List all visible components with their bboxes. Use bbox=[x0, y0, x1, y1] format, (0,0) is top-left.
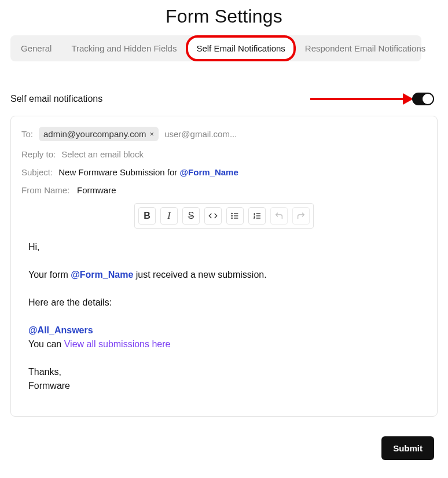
to-chip[interactable]: admin@yourcompany.com × bbox=[39, 127, 159, 141]
body-line2: Your form @Form_Name just received a new… bbox=[28, 268, 420, 282]
all-answers-variable: @All_Answers bbox=[28, 325, 93, 335]
svg-point-3 bbox=[232, 213, 232, 214]
form-name-variable: @Form_Name bbox=[71, 270, 133, 280]
body-thanks: Thanks, bbox=[28, 365, 420, 379]
svg-point-4 bbox=[232, 215, 232, 216]
subject-prefix: New Formware Submission for bbox=[58, 167, 179, 177]
svg-point-5 bbox=[232, 218, 232, 218]
body-greeting: Hi, bbox=[28, 240, 420, 254]
numbered-list-button[interactable] bbox=[248, 207, 266, 225]
body-line3: Here are the details: bbox=[28, 296, 420, 310]
body-signature: Formware bbox=[28, 379, 420, 393]
body-line5: You can View all submissions here bbox=[28, 337, 420, 351]
from-name-label: From Name: bbox=[21, 185, 71, 195]
subject-label: Subject: bbox=[21, 167, 53, 177]
reply-to-label: Reply to: bbox=[21, 149, 56, 159]
tabs-bar: General Tracking and Hidden Fields Self … bbox=[10, 35, 421, 61]
submit-button[interactable]: Submit bbox=[381, 436, 434, 460]
tab-general[interactable]: General bbox=[13, 38, 60, 59]
strikethrough-button[interactable]: S bbox=[182, 207, 200, 225]
email-card: To: admin@yourcompany.com × user@gmail.c… bbox=[10, 116, 438, 417]
italic-button[interactable]: I bbox=[160, 207, 178, 225]
undo-button[interactable] bbox=[270, 207, 288, 225]
view-submissions-link[interactable]: View all submissions here bbox=[64, 339, 171, 349]
tab-self-email[interactable]: Self Email Notifications bbox=[188, 38, 293, 59]
editor-toolbar: B I S bbox=[134, 203, 314, 229]
tab-self-email-label: Self Email Notifications bbox=[196, 43, 285, 53]
section-label: Self email notifications bbox=[10, 94, 102, 104]
bullet-list-button[interactable] bbox=[226, 207, 244, 225]
tab-tracking[interactable]: Tracking and Hidden Fields bbox=[63, 38, 185, 59]
self-email-toggle[interactable] bbox=[412, 93, 434, 105]
email-body-editor[interactable]: Hi, Your form @Form_Name just received a… bbox=[21, 240, 427, 393]
to-input[interactable]: user@gmail.com... bbox=[164, 129, 237, 139]
reply-to-select[interactable]: Select an email block bbox=[61, 149, 144, 159]
subject-variable: @Form_Name bbox=[179, 167, 238, 177]
to-label: To: bbox=[21, 129, 33, 139]
to-chip-text: admin@yourcompany.com bbox=[43, 129, 146, 139]
to-chip-remove-icon[interactable]: × bbox=[150, 130, 155, 138]
annotation-arrow bbox=[102, 98, 403, 100]
redo-button[interactable] bbox=[292, 207, 310, 225]
tab-respondent-email[interactable]: Respondent Email Notifications bbox=[297, 38, 434, 59]
from-name-input[interactable]: Formware bbox=[77, 185, 116, 195]
bold-button[interactable]: B bbox=[138, 207, 156, 225]
subject-input[interactable]: New Formware Submission for @Form_Name bbox=[58, 167, 238, 177]
page-title: Form Settings bbox=[10, 6, 438, 27]
code-button[interactable] bbox=[204, 207, 222, 225]
